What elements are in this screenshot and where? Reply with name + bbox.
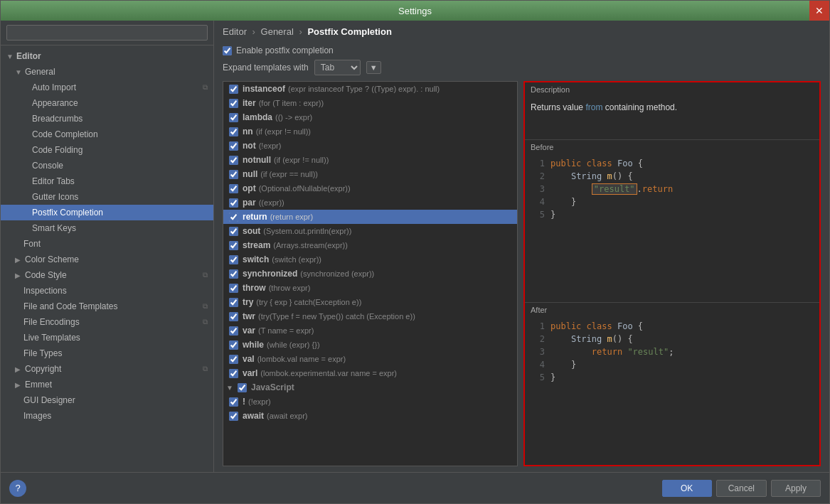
list-item-stream[interactable]: stream (Arrays.stream(expr)) [223,238,517,252]
code-style-label: Code Style [25,270,67,280]
null-checkbox[interactable] [229,170,238,179]
sidebar-item-code-style[interactable]: ▶ Code Style ⧉ [1,267,213,283]
sidebar-item-copyright[interactable]: ▶ Copyright ⧉ [1,361,213,377]
sidebar-item-file-encodings[interactable]: File Encodings ⧉ [1,314,213,330]
iter-checkbox[interactable] [229,99,238,108]
sidebar-item-gui-designer[interactable]: GUI Designer [1,392,213,408]
list-item-not[interactable]: not (!expr) [223,139,517,153]
await-checkbox[interactable] [229,412,238,421]
exclaim-checkbox[interactable] [229,397,238,407]
list-item-par[interactable]: par ((expr)) [223,195,517,210]
while-checkbox[interactable] [229,341,238,350]
js-group-checkbox[interactable] [238,383,247,392]
lambda-checkbox[interactable] [229,113,238,122]
instanceof-checkbox[interactable] [229,85,238,94]
list-item-return[interactable]: return (return expr) [223,210,517,224]
expand-label: Expand templates with [223,63,309,73]
search-input[interactable] [6,25,208,41]
expand-arrow: ▶ [15,256,23,264]
list-item-opt[interactable]: opt (Optional.ofNullable(expr)) [223,181,517,195]
list-item-try[interactable]: try (try { exp } catch(Exception e)) [223,295,517,309]
before-line-5: 5 } [531,208,814,221]
sidebar-item-font[interactable]: Font [1,236,213,252]
sidebar-item-appearance[interactable]: Appearance [1,95,213,111]
list-item-sout[interactable]: sout (System.out.println(expr)) [223,224,517,238]
list-item-switch[interactable]: switch (switch (expr)) [223,252,517,267]
list-item-null[interactable]: null (if (expr == null)) [223,167,517,181]
sidebar-item-code-folding[interactable]: Code Folding [1,142,213,158]
main-panel: Editor › General › Postfix Completion En… [214,21,829,472]
expand-select[interactable]: Tab Enter Space [314,60,361,75]
enable-postfix-row: Enable postfix completion [223,45,821,55]
list-item-while[interactable]: while (while (expr) {}) [223,338,517,352]
sidebar-item-general[interactable]: ▼ General [1,64,213,80]
list-item-varl[interactable]: varl (lombok.experimental.var name = exp… [223,366,517,380]
list-item-lambda[interactable]: lambda (() -> expr) [223,110,517,124]
file-types-label: File Types [23,348,62,358]
expand-dropdown-btn[interactable]: ▼ [366,61,381,74]
synchronized-checkbox[interactable] [229,269,238,279]
sidebar-item-breadcrumbs[interactable]: Breadcrumbs [1,111,213,127]
sidebar-item-editor-tabs[interactable]: Editor Tabs [1,173,213,189]
nn-checkbox[interactable] [229,127,238,136]
list-item-notnull[interactable]: notnull (if (expr != null)) [223,153,517,167]
auto-import-label: Auto Import [32,82,76,92]
after-line-4: 4 } [531,358,814,371]
sidebar-item-editor[interactable]: ▼ Editor [1,48,213,64]
ok-button[interactable]: OK [662,480,712,497]
list-item-val[interactable]: val (lombok.val name = expr) [223,352,517,366]
sidebar-item-file-types[interactable]: File Types [1,345,213,361]
content-area: ▼ Editor ▼ General Auto Import ⧉ Appeara… [1,21,829,472]
not-checkbox[interactable] [229,141,238,151]
sidebar-item-gutter-icons[interactable]: Gutter Icons [1,189,213,205]
list-item-exclaim[interactable]: ! (!expr) [223,395,517,409]
js-group-label: JavaScript [251,382,294,392]
sidebar-item-file-code-templates[interactable]: File and Code Templates ⧉ [1,299,213,314]
val-checkbox[interactable] [229,355,238,364]
throw-checkbox[interactable] [229,284,238,293]
sidebar-item-postfix-completion[interactable]: Postfix Completion [1,205,213,220]
opt-checkbox[interactable] [229,184,238,193]
sidebar-item-emmet[interactable]: ▶ Emmet [1,377,213,392]
notnull-checkbox[interactable] [229,156,238,165]
expand-arrow: ▼ [6,53,15,60]
cancel-button[interactable]: Cancel [716,480,767,497]
help-button[interactable]: ? [9,480,26,497]
list-item-nn[interactable]: nn (if (expr != null)) [223,124,517,139]
enable-postfix-checkbox[interactable] [223,46,232,55]
sidebar-item-code-completion[interactable]: Code Completion [1,127,213,142]
list-item-iter[interactable]: iter (for (T item : expr)) [223,96,517,110]
sout-checkbox[interactable] [229,227,238,236]
sidebar-item-images[interactable]: Images [1,408,213,424]
sidebar-item-smart-keys[interactable]: Smart Keys [1,220,213,236]
list-item-await[interactable]: await (await expr) [223,409,517,423]
color-scheme-label: Color Scheme [25,254,79,264]
sidebar-item-inspections[interactable]: Inspections [1,283,213,299]
list-item-var[interactable]: var (T name = expr) [223,323,517,338]
sidebar-item-console[interactable]: Console [1,158,213,173]
editor-label: Editor [16,51,41,61]
list-item-twr[interactable]: twr (try(Type f = new Type()) catch (Exc… [223,309,517,323]
switch-checkbox[interactable] [229,255,238,264]
apply-button[interactable]: Apply [771,480,821,497]
sidebar-item-color-scheme[interactable]: ▶ Color Scheme [1,252,213,267]
postfix-completion-label: Postfix Completion [32,208,103,218]
list-item-throw[interactable]: throw (throw expr) [223,281,517,295]
js-expand-arrow[interactable]: ▼ [226,384,235,392]
return-checkbox[interactable] [229,213,238,222]
stream-checkbox[interactable] [229,241,238,250]
sidebar-item-auto-import[interactable]: Auto Import ⧉ [1,80,213,95]
try-checkbox[interactable] [229,298,238,307]
varl-checkbox[interactable] [229,369,238,378]
general-label: General [25,67,55,77]
list-item-instanceof[interactable]: instanceof (expr instanceof Type ? ((Typ… [223,82,517,96]
before-line-4: 4 } [531,195,814,208]
var-checkbox[interactable] [229,326,238,336]
par-checkbox[interactable] [229,198,238,208]
list-item-synchronized[interactable]: synchronized (synchronized (expr)) [223,267,517,281]
sidebar-item-live-templates[interactable]: Live Templates [1,330,213,345]
breadcrumb-general: General [261,26,294,37]
close-button[interactable]: ✕ [809,1,829,21]
twr-checkbox[interactable] [229,312,238,321]
breadcrumb-editor: Editor [223,26,247,37]
